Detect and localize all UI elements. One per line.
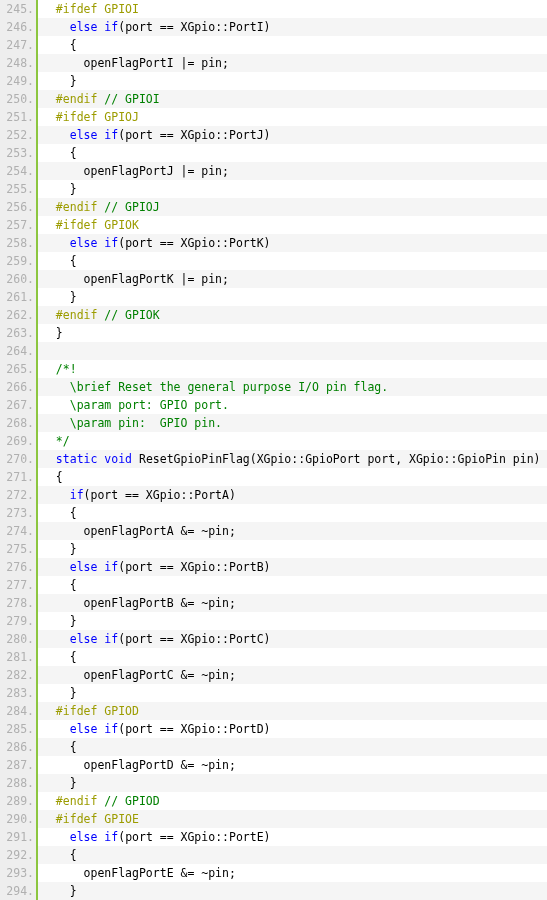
token-plain: { <box>70 38 77 52</box>
token-plain: openFlagPortB &= ~pin; <box>84 596 236 610</box>
token-keyword: if <box>70 488 84 502</box>
token-doc: \param pin: GPIO pin. <box>70 416 222 430</box>
line-number: 283. <box>0 684 34 702</box>
code-line: #ifdef GPIOK <box>38 216 547 234</box>
token-keyword: if <box>104 632 118 646</box>
token-plain: } <box>70 884 77 898</box>
line-number: 272. <box>0 486 34 504</box>
line-number: 262. <box>0 306 34 324</box>
token-keyword: void <box>104 452 132 466</box>
token-comment: // GPIOK <box>104 308 159 322</box>
line-number-gutter: 245.246.247.248.249.250.251.252.253.254.… <box>0 0 36 900</box>
line-number: 260. <box>0 270 34 288</box>
code-line: else if(port == XGpio::PortB) <box>38 558 547 576</box>
code-line: #ifdef GPIOI <box>38 0 547 18</box>
token-plain: (port == XGpio::PortJ) <box>118 128 270 142</box>
token-plain: { <box>70 578 77 592</box>
token-plain: { <box>70 848 77 862</box>
code-line: \param pin: GPIO pin. <box>38 414 547 432</box>
line-number: 251. <box>0 108 34 126</box>
token-plain: } <box>70 74 77 88</box>
token-plain: { <box>70 506 77 520</box>
line-number: 291. <box>0 828 34 846</box>
code-line: else if(port == XGpio::PortD) <box>38 720 547 738</box>
code-pane: #ifdef GPIOI else if(port == XGpio::Port… <box>36 0 547 900</box>
code-line: #ifdef GPIOD <box>38 702 547 720</box>
line-number: 257. <box>0 216 34 234</box>
code-line: #endif // GPIOD <box>38 792 547 810</box>
token-label: #endif <box>56 200 104 214</box>
line-number: 278. <box>0 594 34 612</box>
line-number: 294. <box>0 882 34 900</box>
code-line: else if(port == XGpio::PortE) <box>38 828 547 846</box>
code-line: if(port == XGpio::PortA) <box>38 486 547 504</box>
code-line: } <box>38 324 547 342</box>
line-number: 289. <box>0 792 34 810</box>
code-line: } <box>38 72 547 90</box>
token-plain: (port == XGpio::PortA) <box>84 488 236 502</box>
code-line: { <box>38 846 547 864</box>
line-number: 267. <box>0 396 34 414</box>
code-line: openFlagPortK |= pin; <box>38 270 547 288</box>
token-plain: (port == XGpio::PortE) <box>118 830 270 844</box>
code-line: openFlagPortD &= ~pin; <box>38 756 547 774</box>
token-plain: (port == XGpio::PortK) <box>118 236 270 250</box>
token-keyword: if <box>104 830 118 844</box>
line-number: 271. <box>0 468 34 486</box>
code-line: { <box>38 252 547 270</box>
token-plain: (port == XGpio::PortB) <box>118 560 270 574</box>
code-line: { <box>38 504 547 522</box>
token-keyword: else <box>70 20 98 34</box>
code-line: openFlagPortB &= ~pin; <box>38 594 547 612</box>
line-number: 263. <box>0 324 34 342</box>
line-number: 273. <box>0 504 34 522</box>
line-number: 245. <box>0 0 34 18</box>
token-plain: } <box>70 182 77 196</box>
code-line: } <box>38 180 547 198</box>
token-plain: (port == XGpio::PortC) <box>118 632 270 646</box>
code-line: static void ResetGpioPinFlag(XGpio::Gpio… <box>38 450 547 468</box>
token-plain: openFlagPortJ |= pin; <box>84 164 229 178</box>
code-line: */ <box>38 432 547 450</box>
line-number: 275. <box>0 540 34 558</box>
line-number: 246. <box>0 18 34 36</box>
code-line: #ifdef GPIOJ <box>38 108 547 126</box>
token-plain: { <box>70 650 77 664</box>
token-plain: openFlagPortE &= ~pin; <box>84 866 236 880</box>
line-number: 293. <box>0 864 34 882</box>
line-number: 254. <box>0 162 34 180</box>
token-doc: \param port: GPIO port. <box>70 398 229 412</box>
code-line: #ifdef GPIOE <box>38 810 547 828</box>
code-line: #endif // GPIOK <box>38 306 547 324</box>
code-line: else if(port == XGpio::PortK) <box>38 234 547 252</box>
token-plain: { <box>70 146 77 160</box>
token-plain: openFlagPortD &= ~pin; <box>84 758 236 772</box>
line-number: 288. <box>0 774 34 792</box>
code-line: \brief Reset the general purpose I/O pin… <box>38 378 547 396</box>
line-number: 268. <box>0 414 34 432</box>
code-line: } <box>38 540 547 558</box>
line-number: 270. <box>0 450 34 468</box>
token-plain: ResetGpioPinFlag(XGpio::GpioPort port, X… <box>132 452 541 466</box>
code-line: openFlagPortE &= ~pin; <box>38 864 547 882</box>
token-doc: */ <box>56 434 70 448</box>
code-line: openFlagPortJ |= pin; <box>38 162 547 180</box>
token-keyword: else <box>70 560 98 574</box>
token-keyword: if <box>104 722 118 736</box>
line-number: 250. <box>0 90 34 108</box>
token-label: #ifdef GPIOI <box>56 2 139 16</box>
line-number: 249. <box>0 72 34 90</box>
code-line: { <box>38 144 547 162</box>
token-doc: \brief Reset the general purpose I/O pin… <box>70 380 389 394</box>
line-number: 290. <box>0 810 34 828</box>
token-plain: } <box>70 686 77 700</box>
token-comment: // GPIOJ <box>104 200 159 214</box>
code-line: /*! <box>38 360 547 378</box>
line-number: 258. <box>0 234 34 252</box>
line-number: 264. <box>0 342 34 360</box>
token-keyword: else <box>70 830 98 844</box>
token-label: #endif <box>56 92 104 106</box>
code-line: else if(port == XGpio::PortC) <box>38 630 547 648</box>
line-number: 279. <box>0 612 34 630</box>
line-number: 287. <box>0 756 34 774</box>
